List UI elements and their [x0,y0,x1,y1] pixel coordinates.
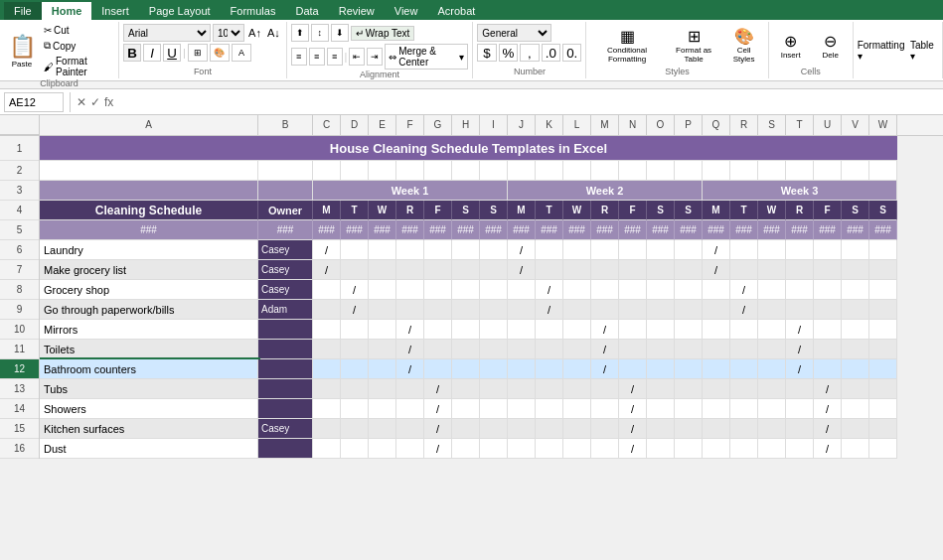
week-cell-10-20[interactable] [869,320,897,340]
row-header-12[interactable]: 12 [0,359,39,379]
week-cell-16-3[interactable] [396,439,424,459]
week-cell-6-8[interactable] [536,240,563,260]
week-cell-15-12[interactable] [647,419,675,439]
owner-cell-row14[interactable] [258,399,313,419]
decrease-decimal-button[interactable]: .0 [542,44,560,62]
week-cell-11-14[interactable] [703,340,730,359]
tab-view[interactable]: View [385,2,428,20]
week-cell-16-16[interactable] [758,439,786,459]
week-cell-6-10[interactable] [591,240,619,260]
week-cell-16-0[interactable] [313,439,341,459]
row-header-1[interactable]: 1 [0,136,39,161]
week-cell-14-2[interactable] [369,399,396,419]
week-cell-16-11[interactable]: / [619,439,647,459]
merge-dropdown-icon[interactable]: ▾ [459,52,464,63]
week-cell-6-13[interactable] [675,240,703,260]
week-cell-11-1[interactable] [341,340,369,359]
week-cell-13-3[interactable] [396,379,424,399]
align-top-button[interactable]: ⬆ [291,24,309,42]
week-cell-11-8[interactable] [536,340,563,359]
week-cell-7-20[interactable] [869,260,897,280]
week-cell-10-19[interactable] [842,320,869,340]
row-header-7[interactable]: 7 [0,260,39,280]
row-header-5[interactable]: 5 [0,220,39,240]
week-cell-12-16[interactable] [758,359,786,379]
week-cell-6-5[interactable] [452,240,480,260]
week-cell-8-10[interactable] [591,280,619,300]
tab-file[interactable]: File [4,2,42,20]
col-header-E[interactable]: E [369,115,396,135]
week-cell-16-8[interactable] [536,439,563,459]
col-header-L[interactable]: L [563,115,591,135]
week-cell-11-0[interactable] [313,340,341,359]
week-cell-12-18[interactable] [814,359,842,379]
week-cell-8-18[interactable] [814,280,842,300]
week-cell-10-15[interactable] [730,320,758,340]
week-cell-8-4[interactable] [424,280,452,300]
week-cell-7-17[interactable] [786,260,814,280]
owner-cell-row6[interactable]: Casey [258,240,313,260]
week-cell-16-2[interactable] [369,439,396,459]
comma-button[interactable]: , [520,44,539,62]
owner-cell-row13[interactable] [258,379,313,399]
week-cell-15-2[interactable] [369,419,396,439]
col-header-B[interactable]: B [258,115,313,135]
week-cell-14-20[interactable] [869,399,897,419]
week-cell-14-16[interactable] [758,399,786,419]
format-as-table-button[interactable]: ⊞ Format as Table [668,25,720,66]
week-cell-8-19[interactable] [842,280,869,300]
wrap-text-button[interactable]: ↵ Wrap Text [351,26,415,41]
week-cell-10-10[interactable]: / [591,320,619,340]
tab-acrobat[interactable]: Acrobat [427,2,485,20]
week-cell-7-8[interactable] [536,260,563,280]
week-cell-16-1[interactable] [341,439,369,459]
week-cell-12-3[interactable]: / [396,359,424,379]
tab-data[interactable]: Data [285,2,328,20]
row-header-9[interactable]: 9 [0,300,39,320]
owner-cell-row16[interactable] [258,439,313,459]
week-cell-12-13[interactable] [675,359,703,379]
week-cell-11-7[interactable] [508,340,536,359]
week-cell-11-18[interactable] [814,340,842,359]
week-cell-12-11[interactable] [619,359,647,379]
week-cell-15-0[interactable] [313,419,341,439]
week-cell-11-11[interactable] [619,340,647,359]
week-cell-14-10[interactable] [591,399,619,419]
week-cell-8-13[interactable] [675,280,703,300]
week-cell-10-0[interactable] [313,320,341,340]
week-cell-15-18[interactable]: / [814,419,842,439]
week-cell-6-20[interactable] [869,240,897,260]
week-cell-12-1[interactable] [341,359,369,379]
bold-button[interactable]: B [123,44,141,62]
week-cell-12-10[interactable]: / [591,359,619,379]
week-cell-11-12[interactable] [647,340,675,359]
col-header-A[interactable]: A [40,115,258,135]
row-header-16[interactable]: 16 [0,439,39,459]
week-cell-9-19[interactable] [842,300,869,320]
week-cell-14-14[interactable] [703,399,730,419]
week-cell-9-2[interactable] [369,300,396,320]
week-cell-13-2[interactable] [369,379,396,399]
week-cell-13-0[interactable] [313,379,341,399]
row-header-14[interactable]: 14 [0,399,39,419]
week-cell-6-7[interactable]: / [508,240,536,260]
col-header-D[interactable]: D [341,115,369,135]
week-cell-9-20[interactable] [869,300,897,320]
week-cell-16-18[interactable]: / [814,439,842,459]
owner-cell-row15[interactable]: Casey [258,419,313,439]
week-cell-9-4[interactable] [424,300,452,320]
row-header-3[interactable]: 3 [0,181,39,201]
week-cell-15-14[interactable] [703,419,730,439]
week-cell-13-18[interactable]: / [814,379,842,399]
week-cell-13-6[interactable] [480,379,508,399]
week-cell-16-5[interactable] [452,439,480,459]
font-size-select[interactable]: 10 [213,24,244,42]
paste-button[interactable]: 📋 Paste [6,31,38,71]
week-cell-12-5[interactable] [452,359,480,379]
align-right-button[interactable]: ≡ [327,48,343,66]
week-cell-13-8[interactable] [536,379,563,399]
week-cell-9-18[interactable] [814,300,842,320]
week-cell-6-2[interactable] [369,240,396,260]
col-header-G[interactable]: G [424,115,452,135]
col-header-N[interactable]: N [619,115,647,135]
